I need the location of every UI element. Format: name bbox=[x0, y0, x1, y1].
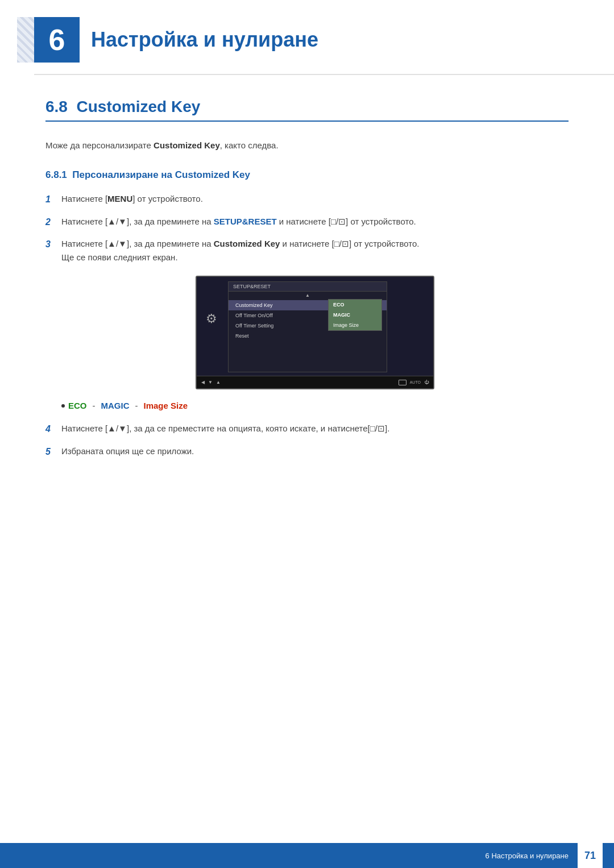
step-4: 4 Натиснете [▲/▼], за да се преместите н… bbox=[45, 422, 569, 437]
step-text-4: Натиснете [▲/▼], за да се преместите на … bbox=[61, 422, 569, 435]
bullet-dot bbox=[61, 404, 65, 408]
gear-icon: ⚙ bbox=[204, 311, 219, 327]
bottom-icon-up: ▲ bbox=[216, 380, 221, 385]
step-text-2: Натиснете [▲/▼], за да преминете на SETU… bbox=[61, 215, 569, 229]
separator-1: - bbox=[93, 401, 96, 410]
section-heading: 6.8 Customized Key bbox=[45, 98, 569, 122]
step-1: 1 Натиснете [MENU] от устройството. bbox=[45, 192, 569, 207]
separator-2: - bbox=[135, 401, 138, 410]
bottom-icon-power: ⏻ bbox=[424, 380, 429, 385]
chapter-header: 6 Настройка и нулиране bbox=[34, 0, 614, 75]
monitor-menu: SETUP&RESET ▲ Customized Key Off Timer O… bbox=[228, 281, 387, 372]
menu-title: SETUP&RESET bbox=[229, 282, 387, 292]
step-3: 3 Натиснете [▲/▼], за да преминете на Cu… bbox=[45, 237, 569, 264]
chapter-title: Настройка и нулиране bbox=[91, 28, 318, 52]
footer-chapter-label: 6 Настройка и нулиране bbox=[486, 852, 569, 860]
monitor-screen: ⚙ SETUP&RESET ▲ Customized Key Off Timer… bbox=[196, 276, 434, 389]
step-number-2: 2 bbox=[45, 215, 61, 230]
step-number-3: 3 bbox=[45, 237, 61, 252]
monitor-screenshot: ⚙ SETUP&RESET ▲ Customized Key Off Timer… bbox=[61, 276, 569, 389]
subsection-heading: 6.8.1 Персонализиране на Customized Key bbox=[45, 169, 569, 181]
step-text-3: Натиснете [▲/▼], за да преминете на Cust… bbox=[61, 237, 569, 264]
step-number-4: 4 bbox=[45, 422, 61, 437]
steps-list-2: 4 Натиснете [▲/▼], за да се преместите н… bbox=[45, 422, 569, 459]
step-text-1: Натиснете [MENU] от устройството. bbox=[61, 192, 569, 206]
monitor-bottom-bar: ◀ ▼ ▲ AUTO ⏻ bbox=[197, 376, 433, 388]
submenu-imagesize: Image Size bbox=[329, 320, 381, 330]
page-footer: 6 Настройка и нулиране 71 bbox=[0, 843, 614, 868]
menu-item-reset: Reset bbox=[229, 331, 387, 341]
bottom-icon-back: ◀ bbox=[201, 380, 205, 385]
bottom-icon-display bbox=[399, 380, 406, 385]
feature-list: ECO - MAGIC - Image Size bbox=[61, 401, 569, 410]
eco-label: ECO bbox=[68, 401, 87, 410]
section-description: Може да персонализирате Customized Key, … bbox=[45, 139, 569, 152]
steps-list: 1 Натиснете [MENU] от устройството. 2 На… bbox=[45, 192, 569, 264]
submenu-eco: ECO bbox=[329, 300, 381, 310]
page-number: 71 bbox=[578, 843, 603, 868]
step-number-1: 1 bbox=[45, 192, 61, 207]
submenu-popup: ECO MAGIC Image Size bbox=[328, 299, 382, 331]
main-content: 6.8 Customized Key Може да персонализира… bbox=[0, 75, 614, 504]
magic-label: MAGIC bbox=[101, 401, 130, 410]
step-number-5: 5 bbox=[45, 445, 61, 459]
step-2: 2 Натиснете [▲/▼], за да преминете на SE… bbox=[45, 215, 569, 230]
menu-up-arrow: ▲ bbox=[229, 292, 387, 299]
bottom-icon-down: ▼ bbox=[208, 380, 213, 385]
submenu-magic: MAGIC bbox=[329, 310, 381, 320]
bullet-item-features: ECO - MAGIC - Image Size bbox=[61, 401, 569, 410]
chapter-number: 6 bbox=[34, 17, 80, 63]
step-5: 5 Избраната опция ще се приложи. bbox=[45, 445, 569, 459]
bottom-label-auto: AUTO bbox=[410, 380, 421, 384]
imagesize-label: Image Size bbox=[144, 401, 188, 410]
step-text-5: Избраната опция ще се приложи. bbox=[61, 445, 569, 458]
